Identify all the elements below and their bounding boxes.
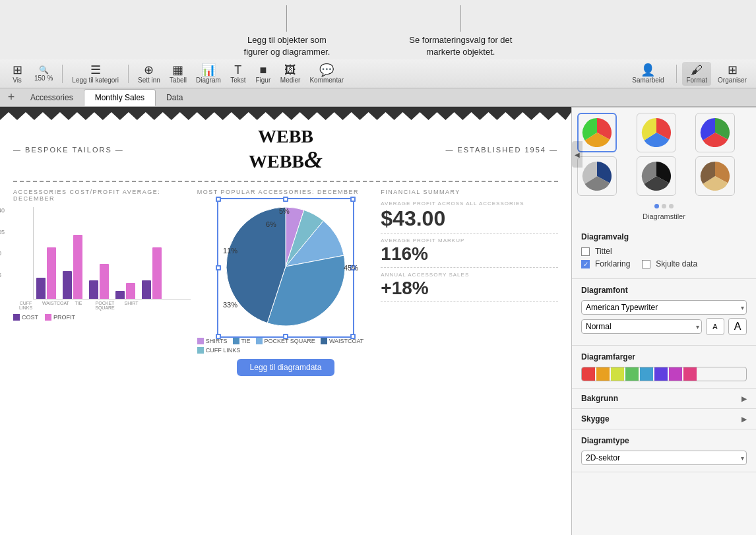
font-select[interactable]: American Typewriter: [581, 300, 747, 315]
figur-button[interactable]: ■ Figur: [251, 62, 275, 86]
diagramtype-title: Diagramtype: [581, 436, 747, 445]
style-dots: [572, 201, 756, 211]
panel-diagramvalg: Diagramvalg Tittel ✓ Forklaring Skjulte …: [572, 226, 756, 279]
pie-legend-item: CUFF LINKS: [197, 347, 241, 354]
cost-label: COST: [22, 314, 38, 321]
bakgrunn-accordion[interactable]: Bakgrunn ▶: [572, 389, 756, 409]
color-swatch[interactable]: [625, 367, 639, 381]
chart-style-item[interactable]: [695, 156, 735, 196]
chart-style-item[interactable]: [695, 113, 735, 152]
color-swatch[interactable]: [640, 367, 653, 381]
bakgrunn-title: Bakgrunn: [581, 394, 618, 403]
color-swatch[interactable]: [669, 367, 682, 381]
toolbar-view-group: ⊞ Vis 🔍 150 %: [5, 62, 57, 86]
diagramtype-select-wrap: 2D-sektor ▾: [581, 451, 747, 465]
pie-legend-item: POCKET SQUARE: [256, 338, 315, 344]
tab-data[interactable]: Data: [156, 89, 193, 106]
tab-accessories[interactable]: Accessories: [20, 89, 84, 106]
y-label: 105: [0, 229, 5, 236]
skygge-accordion[interactable]: Skygge ▶: [572, 409, 756, 429]
top-divider: [13, 181, 558, 182]
samarbeid-label: Samarbeid: [632, 77, 664, 84]
zoom-label: 150 %: [34, 75, 53, 82]
view-button[interactable]: ⊞ Vis: [5, 62, 29, 86]
legg-til-label: Legg til kategori: [72, 77, 119, 84]
color-swatch[interactable]: [582, 367, 595, 381]
pie-legend-item: SHIRTS: [197, 338, 228, 344]
color-swatch[interactable]: [683, 367, 697, 381]
font-size-select[interactable]: Normal: [581, 319, 702, 334]
sep2: [128, 65, 129, 83]
header-row: — BESPOKE TAILORS — WEBB WEBB& — ESTABLI…: [0, 120, 571, 179]
bar-cost: [36, 278, 46, 299]
font-size-wrap: Normal ▾: [581, 319, 702, 334]
dot-1[interactable]: [654, 204, 659, 208]
pie-label-5: 5%: [279, 207, 290, 215]
organiser-button[interactable]: ⊞ Organiser: [714, 62, 751, 86]
medier-button[interactable]: 🖼 Medier: [276, 62, 305, 86]
chart-styles-scroll-left[interactable]: ◀: [572, 141, 583, 168]
pie-label-11: 11%: [223, 247, 237, 255]
sep1: [62, 65, 63, 83]
diagramtype-select[interactable]: 2D-sektor: [581, 451, 747, 465]
color-swatch[interactable]: [611, 367, 624, 381]
skjulte-label: Skjulte data: [656, 259, 697, 268]
bar-group: [63, 235, 82, 299]
pie-chart-svg[interactable]: [220, 201, 352, 332]
logo-line2-text: WEBB: [249, 151, 304, 172]
color-swatch[interactable]: [654, 367, 668, 381]
font-large-a[interactable]: A: [728, 318, 747, 335]
medier-label: Medier: [280, 77, 301, 84]
font-select-wrap: American Typewriter ▾: [581, 300, 747, 315]
toolbar-category-group: ☰ Legg til kategori: [68, 62, 123, 86]
bar-chart-section: ACCESSORIES COST/PROFIT AVERAGE: DECEMBE…: [13, 189, 191, 381]
zoom-icon: 🔍: [39, 66, 49, 74]
tooltip-left-text: Legg til objekter som figurer og diagram…: [244, 35, 331, 57]
view-icon: ⊞: [13, 64, 22, 76]
kommentar-label: Kommentar: [309, 77, 344, 84]
tabell-button[interactable]: ▦ Tabell: [166, 62, 191, 86]
header-right-text: — ESTABLISHED 1954 —: [323, 146, 558, 154]
diagram-button[interactable]: 📊 Diagram: [192, 62, 225, 86]
color-swatch[interactable]: [596, 367, 610, 381]
sett-inn-label: Sett inn: [138, 77, 160, 84]
chart-style-item[interactable]: [637, 156, 676, 196]
pie-section-title: MOST POPULAR ACCESSORIES: DECEMBER: [197, 189, 375, 195]
dot-3[interactable]: [669, 204, 674, 208]
legg-til-button[interactable]: ☰ Legg til kategori: [68, 62, 123, 86]
forklaring-checkbox[interactable]: ✓: [581, 260, 590, 268]
bar-profit: [73, 235, 82, 299]
zoom-button[interactable]: 🔍 150 %: [30, 62, 57, 86]
tekst-button[interactable]: T Tekst: [226, 62, 250, 86]
tab-monthly-sales[interactable]: Monthly Sales: [84, 89, 156, 106]
view-label: Vis: [13, 77, 22, 84]
bar-chart: 14010570350 CUFF LINKSWAISTCOATTIEPOCKET…: [13, 207, 191, 313]
fin-divider1: [381, 233, 558, 234]
bar-profit: [126, 283, 135, 299]
medier-icon: 🖼: [284, 64, 296, 76]
format-button[interactable]: 🖌 Format: [682, 62, 711, 86]
add-tab-button[interactable]: +: [3, 89, 20, 106]
chart-style-item[interactable]: [577, 156, 617, 196]
sett-inn-button[interactable]: ⊕ Sett inn: [134, 62, 164, 86]
pie-legend-label: WAISTCOAT: [329, 338, 364, 344]
pie-legend-swatch: [256, 338, 263, 344]
y-label: 0: [0, 293, 5, 299]
add-data-button[interactable]: Legg til diagramdata: [237, 359, 335, 376]
pie-legend-swatch: [197, 338, 204, 344]
samarbeid-button[interactable]: 👤 Samarbeid: [625, 62, 671, 86]
tittel-checkbox[interactable]: [581, 247, 590, 256]
chart-style-item[interactable]: [577, 113, 617, 152]
x-label: WAISTCOAT: [42, 301, 62, 310]
bar-profit: [152, 247, 162, 299]
format-label: Format: [686, 77, 707, 84]
dot-2[interactable]: [662, 204, 666, 208]
pie-chart-section: MOST POPULAR ACCESSORIES: DECEMBER: [197, 189, 375, 381]
kommentar-button[interactable]: 💬 Kommentar: [305, 62, 348, 86]
fin-markup-value: 116%: [381, 245, 558, 263]
figur-label: Figur: [255, 77, 270, 84]
chart-style-item[interactable]: [637, 113, 676, 152]
diagram-label: Diagram: [196, 77, 221, 84]
font-small-a[interactable]: A: [706, 318, 724, 335]
skjulte-checkbox[interactable]: [642, 260, 650, 268]
